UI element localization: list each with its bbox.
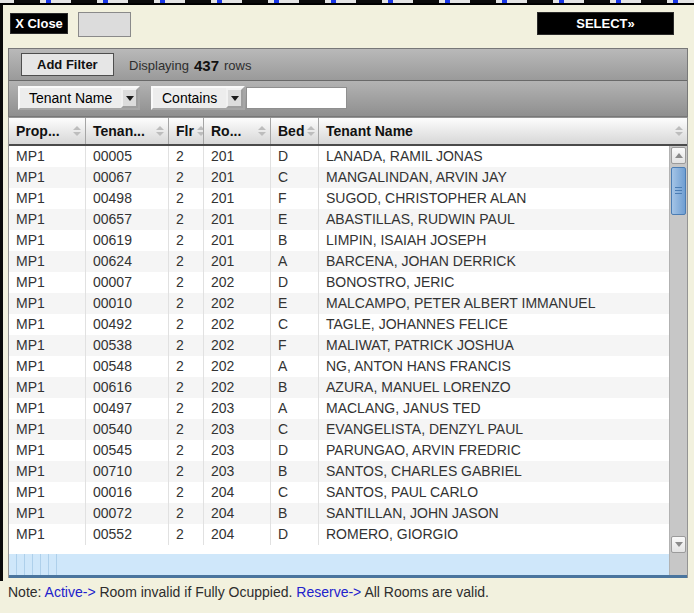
table-row[interactable]: MP1 00016 2 204 C SANTOS, PAUL CARLO: [9, 482, 669, 503]
table-row[interactable]: MP1 00498 2 201 F SUGOD, CHRISTOPHER ALA…: [9, 188, 669, 209]
cell-flr: 2: [169, 461, 204, 482]
filter-toolbar: Add Filter Displaying 437 rows: [9, 49, 687, 81]
table-row[interactable]: MP1 00619 2 201 B LIMPIN, ISAIAH JOSEPH: [9, 230, 669, 251]
table-header-row: Prop... Tenan... Flr Ro... Bed: [9, 118, 687, 146]
sort-icon: [73, 126, 81, 136]
table-row[interactable]: MP1 00072 2 204 B SANTILLAN, JOHN JASON: [9, 503, 669, 524]
cell-room: 204: [204, 482, 271, 503]
vertical-scrollbar[interactable]: [669, 146, 687, 576]
table-row[interactable]: MP1 00540 2 203 C EVANGELISTA, DENZYL PA…: [9, 419, 669, 440]
scroll-up-icon[interactable]: [671, 147, 686, 164]
cell-tenant-id: 00619: [86, 230, 169, 251]
cell-tenant-id: 00657: [86, 209, 169, 230]
cell-prop: MP1: [9, 251, 86, 272]
table-body: MP1 00005 2 201 D LANADA, RAMIL JONAS MP…: [9, 146, 669, 545]
table-row[interactable]: MP1 00010 2 202 E MALCAMPO, PETER ALBERT…: [9, 293, 669, 314]
filter-operator-value: Contains: [153, 88, 226, 108]
cell-flr: 2: [169, 251, 204, 272]
table-row[interactable]: MP1 00005 2 201 D LANADA, RAMIL JONAS: [9, 146, 669, 167]
cell-prop: MP1: [9, 167, 86, 188]
column-header[interactable]: Tenan...: [86, 118, 169, 144]
table-row[interactable]: MP1 00657 2 201 E ABASTILLAS, RUDWIN PAU…: [9, 209, 669, 230]
cell-tenant-id: 00498: [86, 188, 169, 209]
cell-tenant-name: LIMPIN, ISAIAH JOSEPH: [319, 230, 669, 251]
column-header[interactable]: Flr: [169, 118, 204, 144]
cell-bed: C: [271, 482, 319, 503]
cell-tenant-id: 00067: [86, 167, 169, 188]
note-reserve-text: All Rooms are valid.: [364, 584, 489, 600]
modal-left-border: [0, 5, 3, 581]
cell-flr: 2: [169, 524, 204, 545]
note-prefix: Note:: [8, 584, 41, 600]
cell-tenant-id: 00072: [86, 503, 169, 524]
table-row[interactable]: MP1 00710 2 203 B SANTOS, CHARLES GABRIE…: [9, 461, 669, 482]
close-button[interactable]: X Close: [10, 13, 68, 34]
table-row[interactable]: MP1 00067 2 201 C MANGALINDAN, ARVIN JAY: [9, 167, 669, 188]
cell-prop: MP1: [9, 230, 86, 251]
table-row[interactable]: MP1 00497 2 203 A MACLANG, JANUS TED: [9, 398, 669, 419]
sort-icon: [675, 126, 683, 136]
cell-prop: MP1: [9, 482, 86, 503]
cell-room: 202: [204, 335, 271, 356]
chevron-down-icon[interactable]: [226, 88, 243, 108]
cell-prop: MP1: [9, 188, 86, 209]
column-header[interactable]: Bed: [271, 118, 319, 144]
cell-tenant-name: LANADA, RAMIL JONAS: [319, 146, 669, 167]
column-header[interactable]: Prop...: [9, 118, 86, 144]
cell-bed: D: [271, 272, 319, 293]
cell-bed: B: [271, 230, 319, 251]
cell-room: 201: [204, 230, 271, 251]
select-button[interactable]: SELECT»: [537, 12, 674, 35]
cell-flr: 2: [169, 482, 204, 503]
cell-room: 202: [204, 377, 271, 398]
cell-prop: MP1: [9, 461, 86, 482]
cell-bed: D: [271, 440, 319, 461]
scrollbar-thumb[interactable]: [671, 167, 686, 215]
cell-tenant-id: 00616: [86, 377, 169, 398]
column-header-label: Bed: [278, 123, 304, 139]
filter-search-input[interactable]: [246, 87, 347, 109]
column-header-label: Prop...: [16, 123, 60, 139]
column-header[interactable]: Ro...: [204, 118, 271, 144]
cell-prop: MP1: [9, 293, 86, 314]
table-row[interactable]: MP1 00545 2 203 D PARUNGAO, ARVIN FREDRI…: [9, 440, 669, 461]
cell-tenant-id: 00497: [86, 398, 169, 419]
cell-tenant-name: MANGALINDAN, ARVIN JAY: [319, 167, 669, 188]
active-link[interactable]: Active->: [45, 584, 96, 600]
displaying-prefix: Displaying: [129, 58, 189, 73]
add-filter-button[interactable]: Add Filter: [21, 53, 114, 76]
cell-bed: A: [271, 398, 319, 419]
table-row[interactable]: MP1 00492 2 202 C TAGLE, JOHANNES FELICE: [9, 314, 669, 335]
cell-tenant-name: MALCAMPO, PETER ALBERT IMMANUEL: [319, 293, 669, 314]
filter-field-select[interactable]: Tenant Name: [18, 86, 140, 110]
cell-prop: MP1: [9, 209, 86, 230]
cell-tenant-name: MALIWAT, PATRICK JOSHUA: [319, 335, 669, 356]
cell-tenant-name: ROMERO, GIORGIO: [319, 524, 669, 545]
blank-button[interactable]: [78, 12, 131, 37]
table-row[interactable]: MP1 00624 2 201 A BARCENA, JOHAN DERRICK: [9, 251, 669, 272]
cell-bed: A: [271, 251, 319, 272]
cell-prop: MP1: [9, 272, 86, 293]
table-row[interactable]: MP1 00007 2 202 D BONOSTRO, JERIC: [9, 272, 669, 293]
reserve-link[interactable]: Reserve->: [296, 584, 361, 600]
scroll-down-icon[interactable]: [671, 536, 686, 553]
cell-tenant-id: 00548: [86, 356, 169, 377]
table-row[interactable]: MP1 00538 2 202 F MALIWAT, PATRICK JOSHU…: [9, 335, 669, 356]
cell-prop: MP1: [9, 356, 86, 377]
cell-bed: C: [271, 419, 319, 440]
cell-tenant-id: 00624: [86, 251, 169, 272]
table-row[interactable]: MP1 00552 2 204 D ROMERO, GIORGIO: [9, 524, 669, 545]
chevron-down-icon[interactable]: [121, 88, 138, 108]
filter-operator-select[interactable]: Contains: [151, 86, 245, 110]
selected-empty-row[interactable]: [9, 554, 669, 576]
cell-flr: 2: [169, 209, 204, 230]
table-row[interactable]: MP1 00616 2 202 B AZURA, MANUEL LORENZO: [9, 377, 669, 398]
cell-tenant-name: NG, ANTON HANS FRANCIS: [319, 356, 669, 377]
table-row[interactable]: MP1 00548 2 202 A NG, ANTON HANS FRANCIS: [9, 356, 669, 377]
cell-bed: C: [271, 314, 319, 335]
cell-bed: E: [271, 209, 319, 230]
column-header[interactable]: Tenant Name: [319, 118, 687, 144]
cell-tenant-name: BARCENA, JOHAN DERRICK: [319, 251, 669, 272]
cell-room: 202: [204, 356, 271, 377]
cell-tenant-id: 00007: [86, 272, 169, 293]
